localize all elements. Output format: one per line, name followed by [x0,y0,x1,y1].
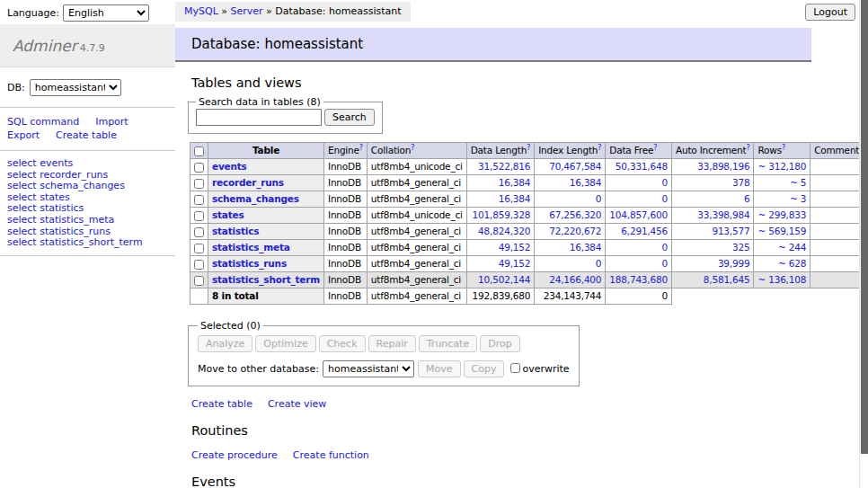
help-link-data-free[interactable]: ? [653,144,657,152]
table-link-statistics-meta[interactable]: statistics_meta [212,242,290,253]
column-header-rows: Rows? [754,143,810,159]
data-length-link-statistics-runs[interactable]: 49,152 [499,258,531,269]
optimize-button: Optimize [255,335,315,352]
rows-count-link-schema-changes[interactable]: ~ 3 [790,193,806,204]
data-length-link-recorder-runs[interactable]: 16,384 [499,177,531,188]
index-length-link-states[interactable]: 67,256,320 [549,209,601,220]
search-button[interactable]: Search [324,109,375,126]
index-length-link-statistics[interactable]: 72,220,672 [549,226,601,236]
rows-count-link-recorder-runs[interactable]: ~ 5 [790,177,806,188]
auto-increment-link-states[interactable]: 33,398,984 [697,209,749,220]
move-db-select[interactable]: homeassistant [323,360,414,377]
data-length-link-statistics[interactable]: 48,824,320 [478,226,530,236]
rows-count-link-statistics-meta[interactable]: ~ 244 [778,242,806,253]
language-select[interactable]: English [63,4,149,22]
table-link-statistics-short-term[interactable]: statistics_short_term [212,274,320,285]
app-version: 4.7.9 [80,42,105,54]
select-all-checkbox[interactable] [194,146,204,156]
data-free-link-statistics[interactable]: 6,291,456 [621,226,668,236]
table-link-states[interactable]: states [212,209,244,220]
index-length-link-statistics-meta[interactable]: 16,384 [570,242,602,253]
auto-increment-link-statistics[interactable]: 913,577 [712,226,749,236]
create-procedure-link[interactable]: Create procedure [191,449,278,461]
rows-count-link-events[interactable]: ~ 312,180 [757,161,806,172]
data-free-link-statistics-meta[interactable]: 0 [661,242,667,253]
scrollbar[interactable] [859,0,868,488]
scrollbar-thumb[interactable] [861,0,868,454]
data-free-cell: 0 [606,175,672,191]
sidebar-select-statistics-meta[interactable]: select statistics_meta [7,215,175,226]
row-checkbox-events[interactable] [194,163,204,173]
data-length-link-events[interactable]: 31,522,816 [478,161,530,172]
sidebar-select-schema-changes[interactable]: select schema_changes [7,181,175,192]
db-select[interactable]: homeassistant [30,79,121,96]
data-free-link-recorder-runs[interactable]: 0 [661,177,667,188]
data-free-link-statistics-short-term[interactable]: 188,743,680 [609,274,668,285]
sql-command-link[interactable]: SQL command [7,116,79,128]
export-link[interactable]: Export [7,129,40,141]
row-checkbox-statistics[interactable] [194,227,204,237]
index-length-cell: 24,166,400 [535,272,606,288]
help-link-engine[interactable]: ? [359,144,363,152]
help-link-data-length[interactable]: ? [527,144,530,152]
breadcrumb-link-mysql[interactable]: MySQL [184,5,218,17]
sidebar-select-events[interactable]: select events [7,158,175,170]
column-header-index-length: Index Length? [535,143,606,159]
table-link-schema-changes[interactable]: schema_changes [212,193,299,204]
create-table-link[interactable]: Create table [56,129,117,141]
auto-increment-link-statistics-short-term[interactable]: 8,581,645 [704,274,750,285]
index-length-link-statistics-short-term[interactable]: 24,166,400 [549,274,601,285]
help-link-collation[interactable]: ? [411,144,414,152]
overwrite-checkbox[interactable] [510,363,520,373]
help-link-auto-increment[interactable]: ? [746,144,749,152]
row-checkbox-recorder-runs[interactable] [194,179,204,189]
data-free-link-events[interactable]: 50,331,648 [616,161,668,172]
collation-cell: utf8mb4_general_ci [367,240,466,256]
data-length-link-states[interactable]: 101,859,328 [473,209,531,220]
auto-increment-link-events[interactable]: 33,898,196 [697,161,749,172]
index-length-cell: 16,384 [535,175,606,191]
index-length-link-recorder-runs[interactable]: 16,384 [570,177,602,188]
data-length-link-statistics-short-term[interactable]: 10,502,144 [478,274,530,285]
data-length-link-schema-changes[interactable]: 16,384 [499,193,531,204]
data-length-cell: 49,152 [466,256,534,272]
create-view-bottom-link[interactable]: Create view [268,398,326,410]
import-link[interactable]: Import [95,116,128,128]
auto-increment-link-statistics-meta[interactable]: 325 [732,242,749,253]
row-checkbox-schema-changes[interactable] [194,195,204,205]
auto-increment-link-statistics-runs[interactable]: 39,999 [718,258,750,269]
data-free-link-states[interactable]: 104,857,600 [609,209,668,220]
create-table-bottom-link[interactable]: Create table [191,398,252,410]
rows-count-cell: ~ 136,108 [754,272,810,288]
create-function-link[interactable]: Create function [293,449,369,461]
row-checkbox-statistics-meta[interactable] [194,244,204,253]
data-free-link-statistics-runs[interactable]: 0 [661,258,667,269]
row-checkbox-statistics-short-term[interactable] [194,276,204,286]
breadcrumb-link-server[interactable]: Server [231,5,263,17]
row-checkbox-statistics-runs[interactable] [194,260,204,270]
table-link-statistics-runs[interactable]: statistics_runs [212,258,287,269]
sidebar-select-statistics-short-term[interactable]: select statistics_short_term [7,237,175,249]
data-free-cell: 0 [606,240,672,256]
rows-count-link-statistics[interactable]: ~ 569,159 [757,226,806,236]
data-length-link-statistics-meta[interactable]: 49,152 [499,242,531,253]
rows-count-link-statistics-short-term[interactable]: ~ 136,108 [757,274,806,285]
auto-increment-link-recorder-runs[interactable]: 378 [732,177,749,188]
table-link-events[interactable]: events [212,161,247,172]
rows-count-link-states[interactable]: ~ 299,833 [757,209,806,220]
column-header-table: Table [208,143,324,159]
table-row-events: eventsInnoDButf8mb4_unicode_ci31,522,816… [190,159,867,175]
table-link-statistics[interactable]: statistics [212,226,259,236]
index-length-link-statistics-runs[interactable]: 0 [596,258,601,269]
index-length-link-schema-changes[interactable]: 0 [596,193,601,204]
help-link-index-length[interactable]: ? [598,144,601,152]
auto-increment-link-schema-changes[interactable]: 6 [744,193,749,204]
rows-count-link-statistics-runs[interactable]: ~ 628 [778,258,806,269]
help-link-rows[interactable]: ? [782,144,785,152]
table-link-recorder-runs[interactable]: recorder_runs [212,177,284,188]
search-input[interactable] [196,109,322,126]
data-free-link-schema-changes[interactable]: 0 [661,193,667,204]
index-length-link-events[interactable]: 70,467,584 [549,161,601,172]
row-checkbox-states[interactable] [194,211,204,221]
db-label: DB: [7,82,25,93]
